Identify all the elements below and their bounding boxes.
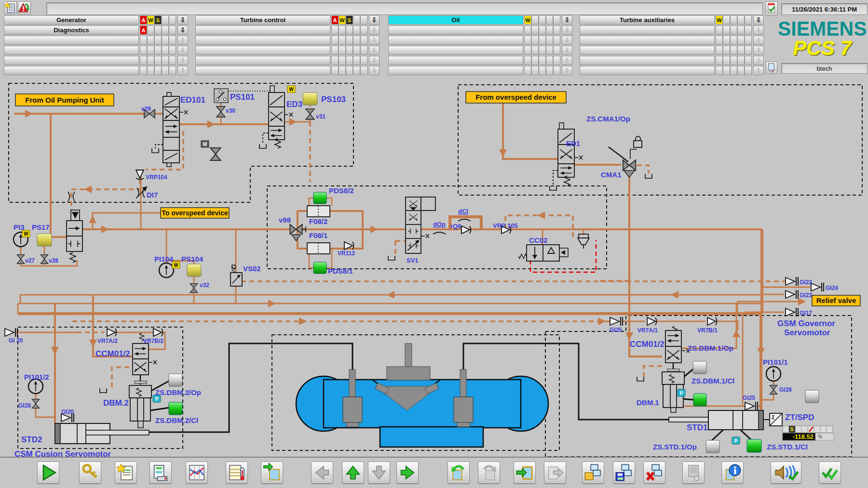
valve-v30[interactable] (217, 106, 225, 117)
nav-down-button[interactable] (368, 462, 390, 484)
speed-meter-faceplate[interactable]: S -118.52 % (783, 426, 834, 440)
acknowledge-horn-button[interactable] (771, 462, 801, 484)
check-valve-rq6[interactable] (461, 226, 471, 234)
svg-text:From overspeed device: From overspeed device (475, 93, 556, 101)
zs-std1-cl-indicator[interactable] (747, 439, 761, 452)
motor-valve[interactable]: M (201, 141, 221, 160)
servomotor-std2[interactable] (55, 423, 149, 444)
label-relief-valve[interactable]: Relief valve (812, 295, 860, 306)
valve-ed3[interactable] (259, 86, 293, 148)
svg-text:ED1: ED1 (566, 139, 580, 147)
position-indicator-right[interactable] (805, 390, 819, 403)
valve-v27[interactable] (17, 255, 24, 264)
svg-text:W: W (289, 87, 294, 92)
runtime-start-button[interactable] (37, 462, 59, 484)
turbine-valve-right (454, 397, 473, 422)
orifice-dop (433, 232, 446, 234)
zs-dbm1-op-indicator[interactable] (693, 361, 706, 374)
filter-f08-2[interactable] (307, 206, 330, 217)
pds8-1-indicator[interactable] (313, 262, 326, 274)
pcs7-screen: 11/26/2021 6:36:11 PM SIEMENS PCS 7 Gene… (0, 0, 868, 488)
filter-f08-1[interactable] (307, 243, 330, 254)
svg-text:v27: v27 (25, 257, 35, 264)
valve-gi28[interactable] (32, 399, 39, 409)
svg-text:P: P (734, 438, 738, 444)
close-picture-button[interactable] (643, 462, 665, 484)
gauge-pi101-2[interactable] (28, 379, 43, 394)
svg-text:v98: v98 (279, 216, 291, 224)
label-from-oil-pumping-unit[interactable]: From Oil Pumping Unit (15, 94, 114, 106)
gi22-connector[interactable] (786, 277, 798, 286)
actuator-dbm2[interactable] (129, 385, 151, 428)
pds8-2-indicator[interactable] (313, 192, 326, 204)
valve-ed1[interactable] (550, 123, 583, 190)
nav-forward-button[interactable] (396, 462, 419, 484)
pressure-switch-ps17[interactable] (37, 234, 52, 246)
save-picture-button[interactable] (613, 462, 635, 484)
drain-funnel (578, 234, 589, 249)
valve-v32[interactable] (190, 284, 197, 293)
svg-text:v28: v28 (49, 257, 58, 264)
process-diagram: M (0, 0, 868, 488)
open-picture-button[interactable] (582, 462, 604, 484)
label-to-overspeed-device[interactable]: To overspeed device (161, 208, 229, 218)
gi20-connector[interactable] (5, 328, 17, 337)
speed-transmitter-zt[interactable]: Z (763, 413, 782, 426)
gi25b-connector[interactable] (745, 402, 758, 410)
check-valve-vr7a2[interactable] (107, 329, 117, 336)
svg-text:CCM01/2: CCM01/2 (95, 349, 130, 358)
svg-text:v29: v29 (141, 106, 151, 112)
svg-text:STD1: STD1 (687, 423, 707, 432)
picture-redo-button[interactable] (478, 462, 500, 484)
picture-undo-button[interactable] (448, 462, 470, 484)
pressure-switch-ps101[interactable] (214, 89, 228, 103)
check-valve-vr7b2[interactable] (153, 329, 163, 336)
svg-text:DBM.2: DBM.2 (103, 398, 129, 408)
zs-dbm2-cl-indicator[interactable] (169, 402, 182, 415)
gauge-pi101-1[interactable] (766, 367, 781, 381)
pressure-switch-ps103[interactable] (303, 92, 317, 105)
gi23-connector[interactable] (786, 290, 798, 299)
acknowledge-all-button[interactable] (819, 462, 841, 484)
svg-text:VR7A/2: VR7A/2 (97, 338, 118, 344)
report-print-button[interactable] (149, 462, 172, 484)
servomotor-std1[interactable] (669, 410, 763, 430)
svg-text:PI104: PI104 (154, 255, 174, 263)
picture-exit-button[interactable] (544, 462, 566, 484)
pressure-valve-left[interactable] (67, 210, 82, 263)
gi25-connector[interactable] (610, 317, 623, 326)
svg-text:ZT/SPD: ZT/SPD (785, 413, 814, 422)
check-valve-vr7b1[interactable] (707, 317, 717, 325)
valve-v28[interactable] (41, 255, 48, 264)
padlock-icon (634, 141, 642, 147)
svg-text:From Oil Pumping Unit: From Oil Pumping Unit (25, 96, 104, 104)
picture-change-button[interactable] (261, 462, 283, 484)
zs-dbm2-op-indicator[interactable] (169, 374, 182, 386)
pressure-switch-ps104[interactable] (187, 264, 201, 277)
new-alarm-list-button[interactable] (115, 462, 137, 484)
valve-cc02[interactable] (518, 245, 568, 261)
check-valve-vrp104[interactable] (136, 170, 144, 180)
check-valve-vr7a1[interactable] (647, 317, 657, 325)
trend-chart-button[interactable] (186, 462, 208, 484)
svg-text:P: P (680, 391, 683, 396)
picture-enter-button[interactable] (514, 462, 536, 484)
gauge-pi104[interactable] (159, 263, 174, 277)
svg-text:GI28: GI28 (18, 402, 31, 409)
label-from-overspeed-device[interactable]: From overspeed device (466, 92, 566, 103)
valve-v31[interactable] (306, 109, 314, 119)
svg-text:W: W (174, 263, 178, 268)
nav-up-button[interactable] (342, 462, 364, 484)
measurement-table-button[interactable] (226, 462, 248, 484)
valve-ccm01-2-right[interactable] (665, 326, 690, 372)
svg-text:DBM.1: DBM.1 (637, 398, 659, 407)
svg-text:PDS8/2: PDS8/2 (329, 186, 354, 195)
zs-std1-op-indicator[interactable] (706, 440, 719, 453)
nav-back-button[interactable] (311, 462, 333, 484)
zs-dbm1-cl-indicator[interactable] (693, 394, 706, 406)
device-state-button[interactable] (682, 462, 705, 484)
info-button[interactable] (721, 462, 744, 484)
gi24-connector[interactable] (811, 283, 824, 291)
login-key-button[interactable] (79, 462, 101, 484)
valve-gi26[interactable] (770, 385, 777, 395)
